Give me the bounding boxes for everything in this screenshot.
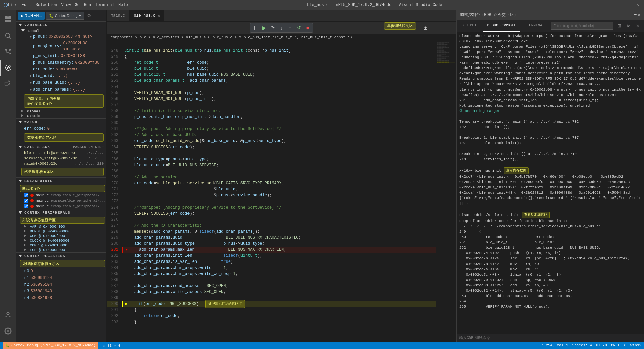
menu-selection[interactable]: Selection	[36, 3, 57, 7]
settings-icon-btn[interactable]: ⚙	[86, 12, 93, 19]
panel-tab-output[interactable]: OUTPUT	[459, 20, 481, 32]
console-output[interactable]: Please check OUTPUT tab (Adapter Output)…	[457, 32, 644, 334]
title-bar-menu[interactable]: File Edit Selection View Go Run Terminal…	[8, 3, 128, 7]
watch-err-code[interactable]: err_code: 0	[19, 125, 106, 132]
debug-continue-btn[interactable]: ▶	[260, 24, 268, 32]
tab-close-icon[interactable]: ✕	[157, 13, 160, 19]
panel-close-btn[interactable]: ✕	[638, 12, 641, 18]
register-r3[interactable]: r3536881940	[19, 288, 106, 295]
bp-item-1[interactable]: main.c examples\ble_peripheral\... 710	[19, 198, 106, 203]
peripheral-ecb[interactable]: ECB @ 0x4000e000	[19, 248, 106, 252]
bp-checkbox-0[interactable]	[24, 193, 28, 197]
menu-terminal[interactable]: Terminal	[95, 3, 114, 7]
menu-help[interactable]: Help	[118, 3, 128, 7]
panel-filter-input[interactable]	[551, 22, 613, 30]
status-win[interactable]: Win32	[630, 343, 641, 347]
debug-step-out-btn[interactable]: ↑	[286, 24, 294, 32]
register-r0[interactable]: r00	[19, 268, 106, 275]
menu-go[interactable]: Go	[75, 3, 79, 7]
panel-minimize-btn[interactable]: ─	[634, 12, 636, 18]
bp-item-2[interactable]: main.c examples\ble_peripheral\... 717	[19, 203, 106, 209]
debug-restart-btn[interactable]: ↺	[295, 24, 303, 32]
callstack-item-1[interactable]: services_init@0x0002b23c ../../...	[19, 156, 106, 161]
panel-close-console-btn[interactable]: ✕	[635, 22, 641, 29]
editor-more-btn[interactable]: ···	[430, 24, 438, 32]
peripheral-ccm[interactable]: CCM @ 0x4000f000	[19, 234, 106, 238]
register-r4[interactable]: r4536881928	[19, 295, 106, 301]
tab-main-c[interactable]: main.c	[107, 10, 129, 21]
peripheral-comp[interactable]: COMP @ 0x40013000	[19, 243, 106, 248]
close-button[interactable]: ✕	[636, 3, 641, 7]
static-group[interactable]: Static	[19, 114, 106, 118]
status-debug-info[interactable]: 🐛 Cortex Debug (nRF5_SDK_17.0.2_d674dde)	[3, 342, 98, 349]
peripheral-aar[interactable]: AAR @ 0x4000f000	[19, 224, 106, 229]
var-nus-base-uuid[interactable]: nus_base_uuid: {...}	[19, 79, 106, 86]
config-button[interactable]: 🐛 Cortex Debug ▾	[46, 12, 84, 20]
global-group[interactable]: Global	[19, 109, 106, 114]
bp-checkbox-2[interactable]	[24, 204, 28, 208]
bp-checkbox-1[interactable]	[24, 199, 28, 203]
activity-explorer[interactable]	[0, 11, 16, 27]
panel-tab-debug-console[interactable]: DEBUG CONSOLE	[483, 20, 520, 32]
callstack-item-2[interactable]: main@0x0002b23c ../../... 210	[19, 161, 106, 166]
var-err-code[interactable]: err_code: <unknown>	[19, 66, 106, 73]
var-add-char-params[interactable]: add_char_params: {...}	[19, 86, 106, 93]
peripheral-bprot[interactable]: BPROT @ 0x40000000	[19, 229, 106, 234]
activity-search[interactable]	[0, 27, 16, 44]
status-spaces[interactable]: Spaces: 4	[572, 343, 592, 347]
activity-source-control[interactable]	[0, 44, 16, 60]
tab-ble-nus-c-label: ble_nus.c	[133, 13, 155, 18]
status-language[interactable]: C	[624, 343, 626, 347]
panel-collapse-left-btn[interactable]: ⊞	[616, 22, 623, 29]
peripheral-clock[interactable]: CLOCK @ 0x40000000	[19, 238, 106, 243]
status-encoding[interactable]: UTF-8	[596, 343, 607, 347]
var-p-nus-init[interactable]: p_nus_init: 0x2000ff38	[19, 53, 106, 59]
register-r2[interactable]: r2536996104	[19, 281, 106, 288]
menu-view[interactable]: View	[61, 3, 71, 7]
debug-stop-btn[interactable]: ■	[304, 24, 312, 32]
bp-item-0[interactable]: main.c examples\ble_peripheral\... 707	[19, 193, 106, 198]
sidebar-scroll[interactable]: VARIABLES Local p_nus: 0x20002b08 <m_nus…	[16, 22, 106, 342]
tab-ble-nus-c[interactable]: ble_nus.c ✕	[129, 10, 164, 21]
callstack-ref-1: ../../...	[84, 156, 104, 160]
gdb-input[interactable]	[459, 336, 641, 340]
var-p-nus-entry[interactable]: p_nus@entry: 0x20002b08 <m_nus>	[19, 40, 106, 53]
editor-layout-btn[interactable]: ⊞	[421, 24, 429, 32]
registers-section-header[interactable]: CORTEX REGISTERS	[16, 253, 106, 259]
menu-edit[interactable]: Edit	[22, 3, 32, 7]
more-options-btn[interactable]: ···	[94, 12, 102, 19]
status-errors[interactable]: ⊗ 83 △ 0	[103, 343, 121, 348]
activity-settings[interactable]	[0, 323, 16, 339]
minimap[interactable]: ████████████████████ ████████████ ██████…	[436, 41, 456, 342]
code-content[interactable]: uint32_t ble_nus_init(ble_nus_t * p_nus,…	[122, 41, 436, 342]
variables-local-group[interactable]: Local	[19, 28, 106, 33]
svg-rect-1	[8, 16, 11, 19]
debug-pause-btn[interactable]: ⏸	[251, 24, 259, 32]
activity-extensions[interactable]	[0, 76, 16, 92]
window-controls[interactable]: ─ □ ✕	[621, 3, 641, 7]
debug-step-over-btn[interactable]: ↷	[269, 24, 277, 32]
menu-run[interactable]: Run	[84, 3, 91, 7]
var-p-nus-init-entry[interactable]: p_nus_init@entry: 0x2000ff38	[19, 59, 106, 66]
var-ble-uuid[interactable]: ble_uuid: {...}	[19, 73, 106, 79]
panel-more-btn[interactable]: ⊳	[625, 22, 632, 29]
debug-step-into-btn[interactable]: ↓	[277, 24, 285, 32]
maximize-button[interactable]: □	[629, 3, 633, 7]
callstack-section-header[interactable]: CALL STACK PAUSED ON STEP	[16, 143, 106, 150]
run-button[interactable]: ▶ RUN AN...	[18, 12, 45, 20]
status-line-col[interactable]: Ln 254, Col 1	[539, 343, 568, 347]
code-editor[interactable]: 248 249 250 251 252 253 254 255 256 257 …	[107, 41, 456, 342]
status-line-ending[interactable]: CRLF	[611, 343, 620, 347]
register-r1[interactable]: r1536996124	[19, 275, 106, 281]
panel-tab-terminal[interactable]: TERMINAL	[523, 20, 548, 32]
minimize-button[interactable]: ─	[621, 3, 626, 7]
menu-file[interactable]: File	[8, 3, 18, 7]
peripherals-section-header[interactable]: CORTEX PERIPHERALS	[16, 209, 106, 216]
callstack-item-0[interactable]: ble_nus_init@0x0002cd00 ../../...	[19, 150, 106, 156]
activity-accounts[interactable]	[0, 307, 16, 323]
watch-section-header[interactable]: WATCH	[16, 119, 106, 125]
var-p-nus[interactable]: p_nus: 0x20002b08 <m_nus>	[19, 33, 106, 40]
variables-section-header[interactable]: VARIABLES	[16, 22, 106, 28]
activity-debug[interactable]	[0, 60, 16, 76]
breakpoints-section-header[interactable]: BREAKPOINTS	[16, 178, 106, 184]
